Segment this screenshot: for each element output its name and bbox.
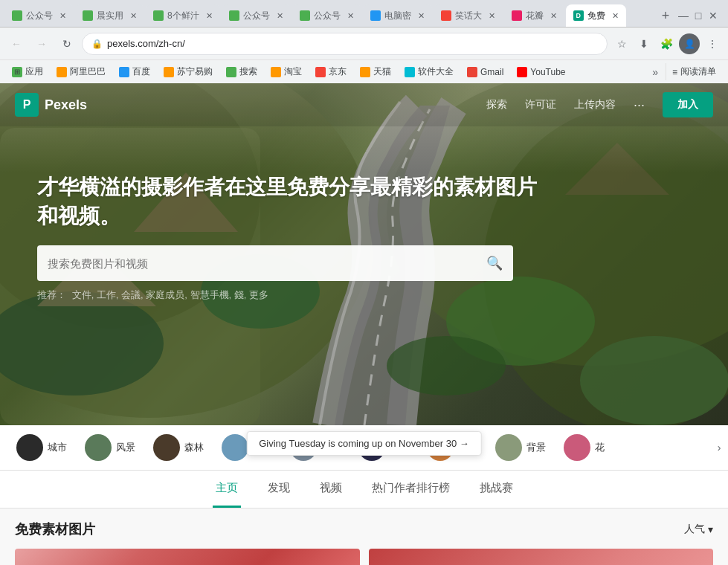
website-content: P Pexels 探索 许可证 上传内容 ··· 加入 才华横溢的摄影作者在这里… — [0, 83, 728, 565]
nav-more-icon[interactable]: ··· — [634, 97, 645, 113]
bookmark-item-8[interactable]: 软件大全 — [399, 63, 460, 80]
bookmark-item-9[interactable]: Gmail — [461, 65, 509, 80]
url-text: pexels.com/zh-cn/ — [107, 38, 598, 49]
tab-close-2[interactable]: ✕ — [206, 11, 213, 21]
browser-tab-2[interactable]: 8个鲜汁✕ — [146, 4, 220, 27]
tab-icon-0 — [12, 10, 22, 21]
tab-close-7[interactable]: ✕ — [550, 11, 557, 21]
sort-button[interactable]: 人气 ▾ — [684, 523, 713, 536]
bookmark-label-3: 苏宁易购 — [177, 65, 213, 78]
nav-upload[interactable]: 上传内容 — [574, 98, 616, 112]
category-thumbnail-0 — [16, 434, 43, 461]
restore-button[interactable]: □ — [692, 10, 704, 22]
main-tab-4[interactable]: 挑战赛 — [477, 471, 516, 508]
category-item-7[interactable]: 背景 — [491, 431, 550, 464]
tab-label-8: 免费 — [587, 10, 605, 22]
browser-tab-6[interactable]: 笑话大✕ — [434, 4, 503, 27]
category-item-0[interactable]: 城市 — [12, 431, 71, 464]
browser-tab-0[interactable]: 公众号✕ — [4, 4, 74, 27]
bookmark-icon-10 — [517, 67, 527, 77]
browser-tab-8[interactable]: D免费✕ — [566, 4, 626, 27]
category-notification-area: 城市风景森林天空建筑星空水果背景花 › Giving Tuesday is co… — [0, 425, 728, 471]
bookmark-item-0[interactable]: ⊞应用 — [6, 63, 49, 80]
extensions-button[interactable]: 🧩 — [657, 34, 676, 54]
tab-icon-8: D — [573, 10, 584, 21]
profile-button[interactable]: 👤 — [679, 33, 700, 54]
tab-icon-3 — [229, 10, 239, 21]
hero-suggestions: 推荐： 文件, 工作, 会議, 家庭成员, 智慧手機, 錢, 更多 — [37, 288, 543, 302]
site-nav-links: 探索 许可证 上传内容 ··· 加入 — [486, 92, 713, 117]
photo-thumb-2[interactable] — [369, 549, 714, 565]
bookmarks-more-button[interactable]: » — [648, 64, 663, 80]
main-tab-0[interactable]: 主页 — [213, 471, 241, 508]
nav-explore[interactable]: 探索 — [486, 98, 507, 112]
browser-tab-5[interactable]: 电脑密✕ — [363, 4, 432, 27]
site-navbar: P Pexels 探索 许可证 上传内容 ··· 加入 — [0, 83, 728, 126]
category-item-8[interactable]: 花 — [559, 431, 609, 464]
tab-close-4[interactable]: ✕ — [347, 11, 354, 21]
tab-label-4: 公众号 — [314, 10, 341, 22]
nav-license[interactable]: 许可证 — [525, 98, 556, 112]
category-item-2[interactable]: 森林 — [149, 431, 208, 464]
photo-grid — [15, 549, 713, 565]
join-button[interactable]: 加入 — [663, 92, 713, 117]
category-scroll-right[interactable]: › — [710, 439, 728, 456]
tab-close-5[interactable]: ✕ — [418, 11, 425, 21]
minimize-button[interactable]: — — [677, 10, 689, 22]
bookmark-label-8: 软件大全 — [418, 65, 454, 78]
bookmark-icon-8 — [405, 67, 415, 77]
main-tab-1[interactable]: 发现 — [265, 471, 293, 508]
tab-bar: 公众号✕晨实用✕8个鲜汁✕公众号✕公众号✕电脑密✕笑话大✕花瓣✕D免费✕ + —… — [0, 0, 728, 27]
reading-list-button[interactable]: ≡ 阅读清单 — [666, 63, 722, 80]
new-tab-button[interactable]: + — [655, 5, 676, 26]
reload-button[interactable]: ↻ — [57, 33, 77, 54]
bookmark-item-10[interactable]: YouTube — [511, 65, 571, 80]
bookmark-star-button[interactable]: ☆ — [612, 34, 631, 54]
forward-button[interactable]: → — [31, 33, 52, 54]
menu-button[interactable]: ⋮ — [703, 34, 722, 54]
bookmark-icon-6 — [315, 67, 326, 77]
bookmark-item-4[interactable]: 搜索 — [220, 63, 263, 80]
bookmarks-bar: ⊞应用阿里巴巴百度苏宁易购搜索淘宝京东天猫软件大全GmailYouTube » … — [0, 59, 728, 83]
browser-tab-1[interactable]: 晨实用✕ — [75, 4, 144, 27]
bookmark-label-6: 京东 — [329, 65, 347, 78]
address-bar[interactable]: 🔒 pexels.com/zh-cn/ — [82, 33, 608, 55]
bookmark-item-3[interactable]: 苏宁易购 — [158, 63, 219, 80]
lock-icon: 🔒 — [91, 39, 103, 49]
main-tab-2[interactable]: 视频 — [317, 471, 345, 508]
tab-close-1[interactable]: ✕ — [130, 11, 137, 21]
tab-label-1: 晨实用 — [97, 10, 123, 22]
photo-thumb-1[interactable] — [15, 549, 360, 565]
browser-tab-7[interactable]: 花瓣✕ — [504, 4, 564, 27]
category-label-0: 城市 — [48, 441, 67, 454]
bookmark-item-2[interactable]: 百度 — [113, 63, 156, 80]
bookmark-icon-3 — [164, 67, 174, 77]
bookmark-item-1[interactable]: 阿里巴巴 — [51, 63, 112, 80]
browser-tab-4[interactable]: 公众号✕ — [292, 4, 361, 27]
suggestions-label: 推荐： — [37, 289, 66, 300]
tab-label-7: 花瓣 — [526, 10, 544, 22]
browser-tab-3[interactable]: 公众号✕ — [222, 4, 291, 27]
logo-icon: P — [15, 93, 39, 117]
bookmark-item-6[interactable]: 京东 — [309, 63, 352, 80]
tab-close-3[interactable]: ✕ — [277, 11, 283, 21]
bookmark-icon-7 — [360, 67, 370, 77]
category-item-1[interactable]: 风景 — [80, 431, 140, 464]
main-tab-3[interactable]: 热门作者排行榜 — [369, 471, 453, 508]
tab-close-8[interactable]: ✕ — [612, 11, 619, 21]
hero-title: 才华横溢的摄影作者在这里免费分享最精彩的素材图片和视频。 — [37, 172, 543, 230]
bookmark-item-5[interactable]: 淘宝 — [265, 63, 308, 80]
back-button[interactable]: ← — [6, 33, 27, 54]
bookmark-icon-0: ⊞ — [12, 67, 22, 77]
category-thumbnail-3 — [222, 434, 248, 461]
category-label-8: 花 — [595, 441, 605, 454]
category-thumbnail-7 — [495, 434, 522, 461]
download-button[interactable]: ⬇ — [634, 34, 654, 54]
tab-close-0[interactable]: ✕ — [59, 11, 66, 21]
tab-label-3: 公众号 — [243, 10, 270, 22]
bookmark-item-7[interactable]: 天猫 — [354, 63, 397, 80]
search-input[interactable] — [48, 257, 480, 270]
close-button[interactable]: ✕ — [707, 10, 719, 22]
search-icon[interactable]: 🔍 — [486, 255, 503, 271]
tab-close-6[interactable]: ✕ — [489, 11, 495, 21]
